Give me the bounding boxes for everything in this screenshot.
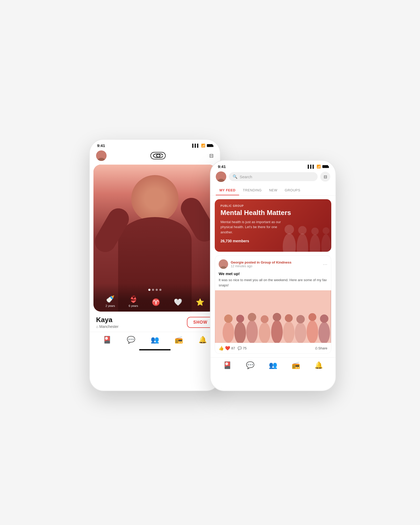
svg-point-12 bbox=[321, 234, 331, 252]
svg-point-1 bbox=[98, 158, 105, 161]
home-indicator-left bbox=[139, 349, 171, 350]
profile-location: ⌂ Manchester bbox=[96, 324, 119, 329]
nav-bell-left[interactable]: 🔔 bbox=[198, 336, 207, 344]
phone-left: 9:41 ▌▌▌ 📶 ⊟ bbox=[89, 139, 220, 391]
card-stack: 🍼 Kaya 2 years 👙 6 years ♈ 🤍 bbox=[93, 165, 216, 312]
time-left: 9:41 bbox=[97, 143, 105, 148]
profile-info: Kaya ⌂ Manchester bbox=[96, 316, 119, 329]
svg-point-28 bbox=[285, 314, 293, 322]
battery-icon-right bbox=[322, 165, 328, 168]
card-icon-swim: 👙 6 years bbox=[129, 295, 138, 307]
svg-point-14 bbox=[222, 261, 225, 265]
post-avatar bbox=[219, 259, 228, 269]
post-author: Georgie posted in Group of Kindness bbox=[231, 260, 323, 264]
svg-point-8 bbox=[297, 233, 308, 252]
svg-point-31 bbox=[307, 320, 318, 343]
card-icon-star: ⭐ bbox=[196, 298, 204, 307]
avatar[interactable] bbox=[96, 150, 107, 161]
svg-point-11 bbox=[311, 228, 319, 235]
status-icons-left: ▌▌▌ 📶 bbox=[192, 144, 213, 148]
svg-point-22 bbox=[248, 313, 256, 321]
nav-home-left[interactable]: 🎴 bbox=[103, 336, 111, 344]
avatar-right[interactable] bbox=[216, 171, 226, 182]
nav-bell-right[interactable]: 🔔 bbox=[314, 361, 323, 369]
profile-section: Kaya ⌂ Manchester SHOW bbox=[90, 312, 220, 332]
post-header: Georgie posted in Group of Kindness 12 m… bbox=[215, 256, 331, 271]
post-meta: Georgie posted in Group of Kindness 12 m… bbox=[231, 260, 323, 268]
nav-radio-left[interactable]: 📻 bbox=[175, 336, 183, 344]
comment-count: 💬 75 bbox=[238, 346, 246, 350]
search-bar[interactable]: 🔍 Search bbox=[229, 172, 318, 181]
scene: 9:41 ▌▌▌ 📶 ⊟ bbox=[81, 118, 339, 407]
nav-home-right[interactable]: 🎴 bbox=[223, 361, 232, 369]
nav-groups-right[interactable]: 👥 bbox=[269, 361, 277, 369]
right-header: 🔍 Search ⊟ bbox=[211, 169, 335, 186]
time-right: 9:41 bbox=[218, 164, 226, 169]
signal-icon-left: ▌▌▌ bbox=[192, 144, 200, 148]
tab-trending[interactable]: TRENDING bbox=[239, 186, 265, 195]
signal-icon-right: ▌▌▌ bbox=[308, 165, 315, 169]
wifi-icon-left: 📶 bbox=[201, 144, 205, 148]
post-more-icon[interactable]: ··· bbox=[323, 261, 327, 267]
svg-point-30 bbox=[296, 315, 305, 323]
svg-point-0 bbox=[99, 153, 103, 157]
svg-point-10 bbox=[310, 234, 320, 252]
svg-point-9 bbox=[298, 226, 307, 234]
svg-point-24 bbox=[261, 315, 269, 323]
card-main[interactable]: 🍼 Kaya 2 years 👙 6 years ♈ 🤍 bbox=[93, 165, 216, 312]
svg-point-5 bbox=[217, 179, 225, 182]
dot-1 bbox=[148, 289, 150, 291]
wifi-icon-right: 📶 bbox=[317, 165, 321, 169]
svg-point-32 bbox=[308, 313, 316, 321]
svg-point-15 bbox=[220, 266, 227, 269]
status-icons-right: ▌▌▌ 📶 bbox=[308, 165, 328, 169]
group-card-bg-svg bbox=[274, 199, 331, 252]
filter-icon-left[interactable]: ⊟ bbox=[209, 153, 214, 159]
show-button[interactable]: SHOW bbox=[187, 317, 214, 328]
tab-my-feed[interactable]: MY FEED bbox=[216, 186, 239, 195]
post-actions: 👍 ❤️ 87 💬 75 ⎙ Share bbox=[215, 343, 331, 353]
card-icon-aries: ♈ bbox=[152, 298, 160, 307]
post-time: 12 minutes ago bbox=[231, 264, 323, 268]
share-button[interactable]: ⎙ Share bbox=[315, 346, 327, 350]
nav-chat-right[interactable]: 💬 bbox=[246, 361, 254, 369]
svg-point-23 bbox=[259, 322, 270, 343]
svg-point-34 bbox=[320, 314, 328, 323]
left-header: ⊟ bbox=[90, 148, 220, 165]
svg-point-26 bbox=[273, 313, 281, 321]
post-image[interactable]: ▶ bbox=[215, 290, 331, 343]
svg-point-20 bbox=[236, 315, 244, 323]
bottom-nav-left: 🎴 💬 👥 📻 🔔 bbox=[90, 332, 220, 346]
search-icon: 🔍 bbox=[233, 174, 238, 179]
tab-groups[interactable]: GROUPS bbox=[281, 186, 304, 195]
card-bottom: 🍼 Kaya 2 years 👙 6 years ♈ 🤍 bbox=[93, 284, 216, 312]
card-icons: 🍼 Kaya 2 years 👙 6 years ♈ 🤍 bbox=[99, 295, 211, 307]
post-title: We met up! bbox=[215, 271, 331, 277]
svg-point-29 bbox=[295, 322, 306, 343]
svg-point-4 bbox=[219, 174, 223, 178]
dot-2 bbox=[152, 289, 154, 291]
nav-chat-left[interactable]: 💬 bbox=[127, 336, 135, 344]
post-body: It was so nice to meet you all on the we… bbox=[215, 277, 331, 290]
svg-point-13 bbox=[323, 227, 329, 234]
filter-button-right[interactable]: ⊟ bbox=[320, 172, 330, 182]
svg-point-17 bbox=[223, 322, 234, 343]
nav-groups-left[interactable]: 👥 bbox=[151, 336, 159, 344]
svg-point-27 bbox=[283, 321, 295, 343]
face bbox=[131, 175, 178, 222]
card-icon-heart: 🤍 bbox=[174, 298, 182, 307]
tab-new[interactable]: NEW bbox=[265, 186, 281, 195]
nav-radio-right[interactable]: 📻 bbox=[292, 361, 300, 369]
status-bar-right: 9:41 ▌▌▌ 📶 bbox=[211, 161, 335, 169]
card-dots bbox=[99, 289, 211, 291]
svg-point-25 bbox=[271, 320, 283, 343]
reactions: 👍 ❤️ 87 bbox=[219, 346, 235, 351]
group-card[interactable]: PUBLIC GROUP Mental Health Matters Menta… bbox=[215, 199, 331, 252]
phone-right: 9:41 ▌▌▌ 📶 🔍 Search ⊟ MY FEED TRENDING N… bbox=[210, 160, 336, 391]
status-bar-left: 9:41 ▌▌▌ 📶 bbox=[90, 140, 220, 148]
search-placeholder: Search bbox=[240, 175, 252, 179]
post-group[interactable]: Group of Kindness bbox=[261, 260, 291, 264]
card-icon-baby: 🍼 Kaya 2 years bbox=[106, 295, 115, 307]
svg-point-6 bbox=[283, 233, 296, 252]
battery-icon-left bbox=[207, 144, 213, 147]
